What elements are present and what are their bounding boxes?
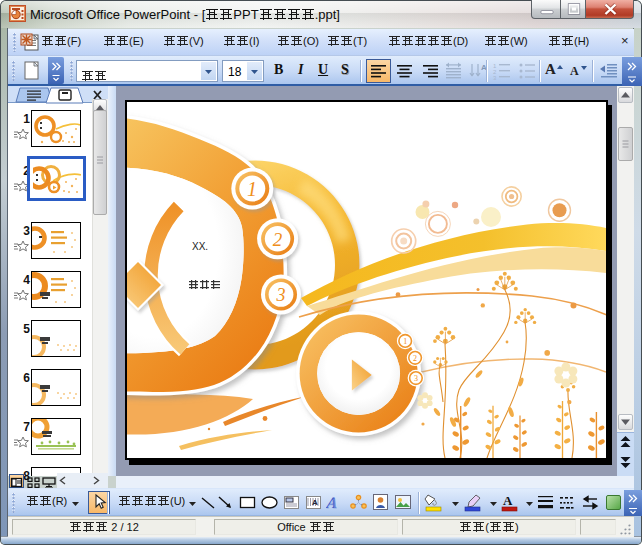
svg-text:2: 2 [413,354,417,363]
svg-text:A: A [312,498,318,507]
svg-text:A: A [326,495,339,512]
svg-text:XX.: XX. [192,241,208,252]
svg-text:3: 3 [414,374,418,383]
svg-text:3: 3 [493,75,497,81]
svg-text:1: 1 [403,337,407,346]
svg-text:3: 3 [276,285,286,305]
svg-text:2: 2 [273,229,283,250]
svg-text:1: 1 [247,178,257,200]
svg-text:A: A [503,493,513,508]
